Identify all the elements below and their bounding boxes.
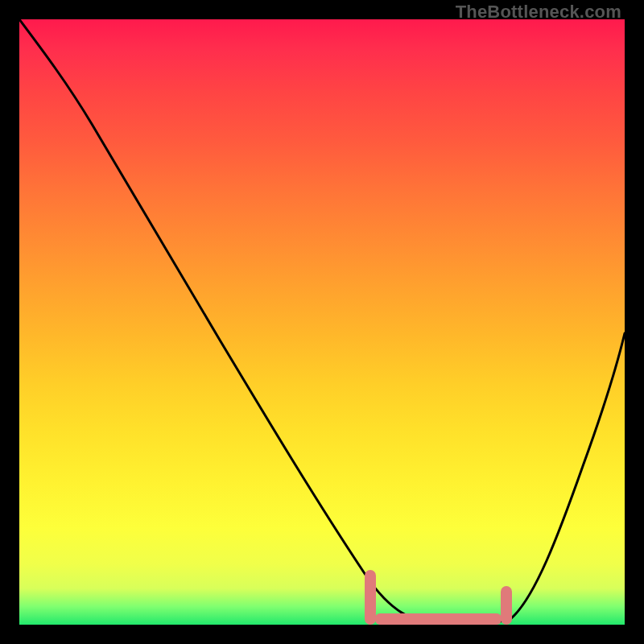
curve-path xyxy=(19,19,625,625)
chart-plot-area xyxy=(19,19,625,625)
bottleneck-curve xyxy=(19,19,625,625)
optimal-zone-band xyxy=(375,613,502,625)
optimal-zone-leader-left xyxy=(365,570,376,625)
optimal-zone-leader-right xyxy=(501,586,512,625)
